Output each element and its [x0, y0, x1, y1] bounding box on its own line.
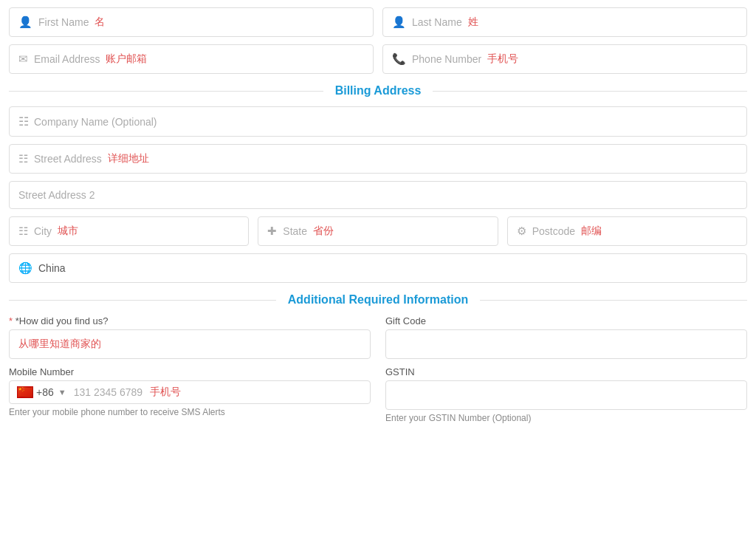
last-name-field[interactable]: 👤 Last Name 姓	[382, 7, 747, 37]
building-icon: ☷	[18, 114, 28, 129]
phone-placeholder: Phone Number	[412, 53, 481, 65]
postcode-field[interactable]: ⚙ Postcode 邮编	[507, 216, 747, 246]
dropdown-arrow-icon[interactable]: ▼	[58, 388, 66, 397]
email-field[interactable]: ✉ Email Address 账户邮箱	[9, 44, 374, 74]
gstin-wrap: GSTIN Enter your GSTIN Number (Optional)	[385, 366, 747, 423]
mobile-cn: 手机号	[150, 386, 181, 399]
postcode-icon: ⚙	[517, 225, 526, 238]
country-field[interactable]: 🌐 China	[9, 253, 747, 283]
china-flag	[17, 386, 33, 398]
gstin-label: GSTIN	[385, 366, 747, 377]
gift-code-label: Gift Code	[385, 315, 747, 326]
how-find-label: *How did you find us?	[9, 315, 371, 326]
city-state-post-row: ☷ City 城市 ✚ State 省份 ⚙ Postcode 邮编	[9, 216, 747, 246]
gstin-input[interactable]	[385, 380, 747, 410]
gstin-helper: Enter your GSTIN Number (Optional)	[385, 413, 747, 423]
add-divider-left	[9, 300, 276, 301]
company-placeholder: Company Name (Optional)	[34, 116, 157, 128]
divider-line-left	[9, 91, 323, 92]
gift-code-wrap: Gift Code	[385, 315, 747, 359]
add-divider-right	[480, 300, 747, 301]
how-find-cn: 从哪里知道商家的	[18, 338, 101, 351]
last-name-cn: 姓	[468, 16, 478, 29]
street2-field[interactable]: Street Address 2	[9, 181, 747, 209]
city-placeholder: City	[34, 225, 52, 237]
mobile-placeholder: 131 2345 6789	[74, 386, 142, 398]
phone-code: +86	[36, 386, 54, 398]
phone-cn: 手机号	[487, 52, 518, 66]
phone-icon: 📞	[392, 52, 406, 66]
email-icon: ✉	[18, 52, 28, 66]
billing-title: Billing Address	[323, 84, 433, 97]
street1-placeholder: Street Address	[34, 153, 102, 165]
gift-code-input[interactable]	[385, 329, 747, 359]
mobile-helper: Enter your mobile phone number to receiv…	[9, 407, 371, 417]
how-find-input[interactable]: 从哪里知道商家的	[9, 329, 371, 359]
street1-cn: 详细地址	[108, 152, 149, 165]
name-row: 👤 First Name 名 👤 Last Name 姓	[9, 7, 747, 37]
additional-title: Additional Required Information	[276, 293, 480, 307]
first-name-field[interactable]: 👤 First Name 名	[9, 7, 374, 37]
company-field[interactable]: ☷ Company Name (Optional)	[9, 106, 747, 137]
street1-field[interactable]: ☷ Street Address 详细地址	[9, 144, 747, 174]
mobile-wrap: Mobile Number +86 ▼ 131 2345 6789 手机号 En…	[9, 366, 371, 423]
mobile-field[interactable]: +86 ▼ 131 2345 6789 手机号	[9, 380, 371, 404]
divider-line-right	[433, 91, 747, 92]
state-cn: 省份	[313, 225, 334, 238]
globe-icon: 🌐	[18, 261, 32, 275]
billing-divider: Billing Address	[9, 84, 747, 97]
how-find-gift-row: *How did you find us? 从哪里知道商家的 Gift Code	[9, 315, 747, 359]
additional-section: Additional Required Information *How did…	[9, 293, 747, 423]
additional-divider: Additional Required Information	[9, 293, 747, 307]
city-field[interactable]: ☷ City 城市	[9, 216, 249, 246]
postcode-placeholder: Postcode	[532, 225, 575, 237]
person-icon-2: 👤	[392, 16, 406, 29]
first-name-cn: 名	[94, 16, 105, 29]
street2-placeholder: Street Address 2	[18, 189, 95, 201]
city-icon: ☷	[18, 225, 28, 238]
country-value: China	[38, 262, 66, 274]
contact-row: ✉ Email Address 账户邮箱 📞 Phone Number 手机号	[9, 44, 747, 74]
how-find-wrap: *How did you find us? 从哪里知道商家的	[9, 315, 371, 359]
email-cn: 账户邮箱	[106, 52, 147, 66]
email-placeholder: Email Address	[34, 53, 100, 65]
state-placeholder: State	[283, 225, 307, 237]
first-name-placeholder: First Name	[38, 16, 89, 28]
mobile-label: Mobile Number	[9, 366, 371, 377]
mobile-gstin-row: Mobile Number +86 ▼ 131 2345 6789 手机号 En…	[9, 366, 747, 423]
phone-field[interactable]: 📞 Phone Number 手机号	[382, 44, 747, 74]
person-icon: 👤	[18, 16, 32, 29]
state-icon: ✚	[267, 225, 277, 238]
postcode-cn: 邮编	[581, 225, 602, 238]
last-name-placeholder: Last Name	[412, 16, 462, 28]
city-cn: 城市	[58, 225, 78, 238]
street-icon: ☷	[18, 152, 28, 165]
state-field[interactable]: ✚ State 省份	[258, 216, 498, 246]
